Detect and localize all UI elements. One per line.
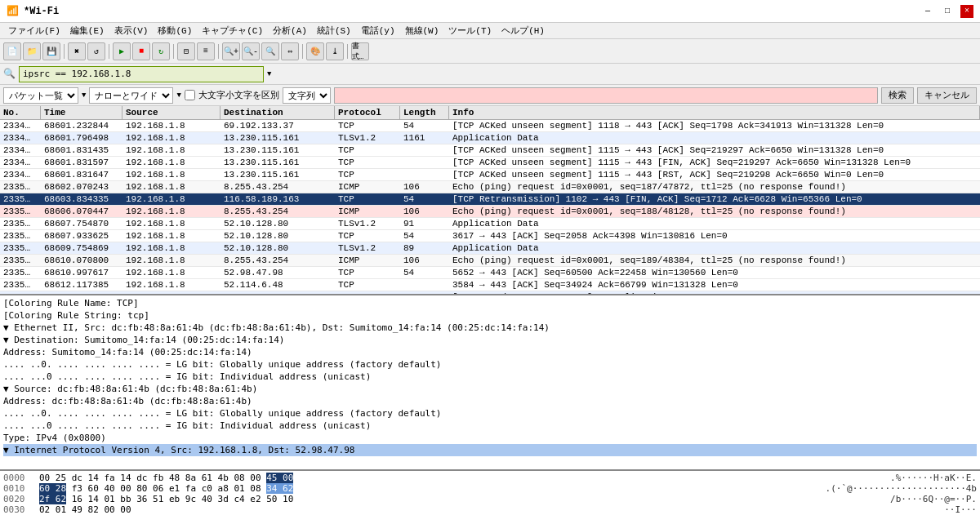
new-capture-btn[interactable]: 📄 [3,42,21,60]
detail-line[interactable]: Address: Sumitomo_14:fa:14 (00:25:dc:14:… [3,346,977,358]
detail-line[interactable]: Address: dc:fb:48:8a:61:4b (dc:fb:48:8a:… [3,395,977,407]
hex-ascii: .%······H·aK··E. [890,473,977,483]
table-row[interactable]: 2334… 68601.796498 192.168.1.8 13.230.11… [0,132,980,144]
table-row[interactable]: 2335… 68603.834335 192.168.1.8 116.58.18… [0,193,980,206]
maximize-button[interactable]: □ [941,5,954,18]
toolbar-sep6 [347,44,348,59]
table-row[interactable]: 2335… 68606.070447 192.168.1.8 8.255.43.… [0,206,980,218]
cell-src: 192.168.1.8 [122,206,220,217]
menubar: ファイル(F) 編集(E) 表示(V) 移動(G) キャプチャ(C) 分析(A)… [0,23,980,39]
table-row[interactable]: 2335… 68612.117385 192.168.1.8 52.114.6.… [0,279,980,291]
minimize-button[interactable]: — [921,5,934,18]
menu-statistics[interactable]: 統計(S) [312,24,356,38]
cell-len: 54 [400,230,449,242]
detail-line[interactable]: Type: IPv4 (0x0800) [3,432,977,444]
table-row[interactable]: 2335… 68607.933625 192.168.1.8 52.10.128… [0,230,980,242]
cell-len [400,144,449,156]
cell-proto: TCP [335,157,400,168]
table-row[interactable]: 2335… 68609.754869 192.168.1.8 52.10.128… [0,242,980,255]
detail-line[interactable]: .... ...0 .... .... .... .... = IG bit: … [3,371,977,383]
close-button[interactable]: × [960,5,973,18]
menu-tools[interactable]: ツール(T) [443,24,497,38]
cell-src: 192.168.1.8 [122,132,220,144]
detail-line[interactable]: ▼ Destination: Sumitomo_14:fa:14 (00:25:… [3,334,977,346]
restart-btn[interactable]: ↻ [152,42,170,60]
detail-line[interactable]: .... ..0. .... .... .... .... = LG bit: … [3,407,977,420]
cell-len: 106 [400,206,449,217]
case-sensitive-checkbox[interactable] [185,90,195,100]
packet-list-header: No. Time Source Destination Protocol Len… [0,106,980,120]
cell-time: 68602.070243 [41,181,122,193]
cell-no: 2334… [0,157,41,168]
filterbar: 🔍 ▼ [0,64,980,85]
hex-offset: 0000 [3,473,33,483]
menu-wireless[interactable]: 無線(W) [400,24,444,38]
filter-toolbar-btn[interactable]: ⊟ [177,42,195,60]
arrow-icon2: ▼ [176,91,180,100]
detail-line[interactable]: ▼ Internet Protocol Version 4, Src: 192.… [3,444,977,456]
table-row[interactable]: 2335… 68610.997617 192.168.1.8 52.98.47.… [0,267,980,279]
search-input[interactable] [334,87,878,104]
menu-capture[interactable]: キャプチャ(C) [197,24,268,38]
search-button[interactable]: 検索 [881,87,914,104]
hex-row[interactable]: 001060 28 f3 60 40 00 80 06 e1 fa c0 a8 … [3,483,977,494]
cell-proto: TCP [335,230,400,242]
stop-capture-btn[interactable]: ■ [132,42,150,60]
zoom-in-btn[interactable]: 🔍+ [222,42,240,60]
cell-src: 192.168.1.8 [122,144,220,156]
save-btn[interactable]: 💾 [42,42,60,60]
cell-info: Application Data [449,242,980,254]
cell-info: [TCP ACKed unseen segment] 1115 → 443 [A… [449,144,980,156]
close-btn[interactable]: ✖ [68,42,86,60]
table-row[interactable]: 2335… 68607.754870 192.168.1.8 52.10.128… [0,218,980,230]
zoom-reset-btn[interactable]: 🔍 [261,42,279,60]
filter-input[interactable] [19,66,264,82]
titlebar-left: 📶 *Wi-Fi [7,5,59,17]
table-row[interactable]: 2334… 68601.831647 192.168.1.8 13.230.11… [0,169,980,181]
cancel-search-button[interactable]: キャンセル [917,87,977,104]
cell-src: 192.168.1.8 [122,181,220,193]
cell-time: 68603.834335 [41,193,122,205]
table-row[interactable]: 2334… 68601.831597 192.168.1.8 13.230.11… [0,157,980,169]
cell-time: 68601.796498 [41,132,122,144]
open-btn[interactable]: 📁 [23,42,41,60]
zoom-out-btn[interactable]: 🔍- [242,42,260,60]
start-capture-btn[interactable]: ▶ [113,42,131,60]
cell-len: 91 [400,218,449,229]
hex-bytes: 60 28 f3 60 40 00 80 06 e1 fa c0 a8 01 0… [39,483,819,494]
menu-edit[interactable]: 編集(E) [65,24,109,38]
cell-no: 2335… [0,193,41,205]
table-row[interactable]: 2335… 68602.070243 192.168.1.8 8.255.43.… [0,181,980,193]
table-row[interactable]: 2334… 68601.232844 192.168.1.8 69.192.13… [0,120,980,132]
colorize-btn[interactable]: 🎨 [306,42,324,60]
search-type-dropdown[interactable]: 文字列 [283,87,331,104]
menu-help[interactable]: ヘルプ(H) [497,24,550,38]
format-btn[interactable]: 書式… [351,42,369,60]
menu-analyze[interactable]: 分析(A) [268,24,312,38]
detail-line[interactable]: [Coloring Rule Name: TCP] [3,297,977,309]
cell-time: 68607.933625 [41,230,122,242]
hex-row[interactable]: 003002 01 49 82 00 00··I··· [3,504,977,515]
detail-line[interactable]: ▼ Source: dc:fb:48:8a:61:4b (dc:fb:48:8a… [3,383,977,395]
menu-view[interactable]: 表示(V) [109,24,154,38]
reload-btn[interactable]: ↺ [87,42,105,60]
toolbar-sep4 [218,44,219,59]
width-dropdown[interactable]: ナローとワイド [89,87,173,104]
detail-line[interactable]: .... ..0. .... .... .... .... = LG bit: … [3,358,977,371]
filter-expr-btn[interactable]: ≡ [197,42,215,60]
table-row[interactable]: 2335… 68612.127311 192.168.1.8 52.114.6.… [0,291,980,294]
detail-line[interactable]: [Coloring Rule String: tcp] [3,309,977,322]
resize-cols-btn[interactable]: ⇔ [281,42,299,60]
table-row[interactable]: 2334… 68601.831435 192.168.1.8 13.230.11… [0,144,980,157]
detail-line[interactable]: .... ...0 .... .... .... .... = IG bit: … [3,420,977,432]
hex-row[interactable]: 000000 25 dc 14 fa 14 dc fb 48 8a 61 4b … [3,473,977,483]
menu-go[interactable]: 移動(G) [153,24,197,38]
packet-view-dropdown[interactable]: パケット一覧 [3,87,78,104]
table-row[interactable]: 2335… 68610.070800 192.168.1.8 8.255.43.… [0,255,980,267]
menu-file[interactable]: ファイル(F) [3,24,65,38]
filter-dropdown-arrow[interactable]: ▼ [267,70,271,78]
autoscroll-btn[interactable]: ⤓ [326,42,344,60]
detail-line[interactable]: ▼ Ethernet II, Src: dc:fb:48:8a:61:4b (d… [3,322,977,334]
hex-row[interactable]: 00202f 62 16 14 01 bb 36 51 eb 9c 40 3d … [3,494,977,504]
menu-phone[interactable]: 電話(y) [356,24,400,38]
